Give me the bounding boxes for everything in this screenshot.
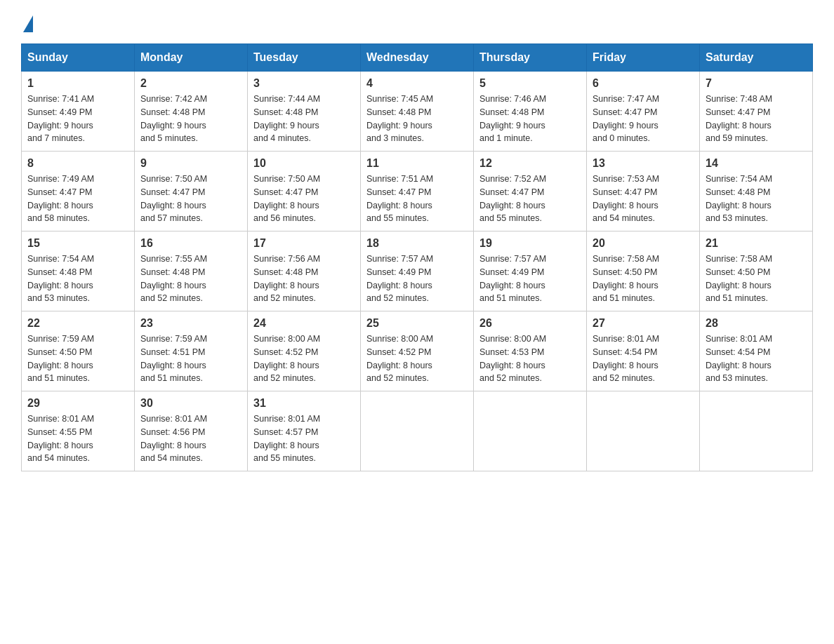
calendar-cell: 13 Sunrise: 7:53 AMSunset: 4:47 PMDaylig…	[587, 152, 700, 232]
calendar-cell: 7 Sunrise: 7:48 AMSunset: 4:47 PMDayligh…	[700, 72, 813, 152]
day-info: Sunrise: 7:57 AMSunset: 4:49 PMDaylight:…	[366, 253, 468, 305]
day-info: Sunrise: 7:44 AMSunset: 4:48 PMDaylight:…	[253, 93, 355, 145]
day-number: 29	[27, 397, 128, 410]
day-number: 31	[253, 397, 355, 410]
day-info: Sunrise: 7:50 AMSunset: 4:47 PMDaylight:…	[253, 173, 355, 225]
day-number: 20	[593, 237, 694, 250]
day-info: Sunrise: 8:01 AMSunset: 4:56 PMDaylight:…	[140, 412, 241, 465]
day-info: Sunrise: 7:41 AMSunset: 4:49 PMDaylight:…	[27, 93, 128, 145]
calendar-cell: 4 Sunrise: 7:45 AMSunset: 4:48 PMDayligh…	[361, 72, 474, 152]
page-header	[21, 14, 813, 29]
calendar-cell: 2 Sunrise: 7:42 AMSunset: 4:48 PMDayligh…	[135, 72, 248, 152]
day-info: Sunrise: 7:49 AMSunset: 4:47 PMDaylight:…	[27, 173, 128, 225]
calendar-cell: 24 Sunrise: 8:00 AMSunset: 4:52 PMDaylig…	[248, 311, 361, 391]
header-thursday: Thursday	[474, 44, 587, 72]
day-info: Sunrise: 7:47 AMSunset: 4:47 PMDaylight:…	[593, 93, 694, 145]
day-info: Sunrise: 7:54 AMSunset: 4:48 PMDaylight:…	[706, 173, 807, 225]
day-number: 30	[140, 397, 241, 410]
calendar-cell: 15 Sunrise: 7:54 AMSunset: 4:48 PMDaylig…	[22, 232, 135, 311]
calendar-cell	[361, 391, 474, 471]
calendar-week-row: 29 Sunrise: 8:01 AMSunset: 4:55 PMDaylig…	[22, 391, 813, 471]
day-number: 18	[366, 237, 468, 250]
calendar-cell: 8 Sunrise: 7:49 AMSunset: 4:47 PMDayligh…	[22, 152, 135, 232]
day-info: Sunrise: 7:57 AMSunset: 4:49 PMDaylight:…	[479, 253, 581, 305]
calendar-cell: 21 Sunrise: 7:58 AMSunset: 4:50 PMDaylig…	[700, 232, 813, 311]
day-number: 13	[593, 157, 694, 170]
day-info: Sunrise: 8:00 AMSunset: 4:53 PMDaylight:…	[479, 333, 581, 385]
calendar-cell: 27 Sunrise: 8:01 AMSunset: 4:54 PMDaylig…	[587, 311, 700, 391]
day-info: Sunrise: 8:01 AMSunset: 4:54 PMDaylight:…	[593, 333, 694, 385]
calendar-cell: 9 Sunrise: 7:50 AMSunset: 4:47 PMDayligh…	[135, 152, 248, 232]
header-sunday: Sunday	[22, 44, 135, 72]
day-info: Sunrise: 8:01 AMSunset: 4:55 PMDaylight:…	[27, 412, 128, 465]
day-info: Sunrise: 7:46 AMSunset: 4:48 PMDaylight:…	[479, 93, 581, 145]
calendar-cell: 5 Sunrise: 7:46 AMSunset: 4:48 PMDayligh…	[474, 72, 587, 152]
day-number: 3	[253, 77, 355, 90]
day-info: Sunrise: 7:56 AMSunset: 4:48 PMDaylight:…	[253, 253, 355, 305]
day-number: 2	[140, 77, 241, 90]
calendar-cell: 25 Sunrise: 8:00 AMSunset: 4:52 PMDaylig…	[361, 311, 474, 391]
day-info: Sunrise: 7:52 AMSunset: 4:47 PMDaylight:…	[479, 173, 581, 225]
calendar-cell: 10 Sunrise: 7:50 AMSunset: 4:47 PMDaylig…	[248, 152, 361, 232]
header-wednesday: Wednesday	[361, 44, 474, 72]
day-info: Sunrise: 8:00 AMSunset: 4:52 PMDaylight:…	[366, 333, 468, 385]
day-number: 22	[27, 317, 128, 330]
calendar-cell: 26 Sunrise: 8:00 AMSunset: 4:53 PMDaylig…	[474, 311, 587, 391]
day-info: Sunrise: 7:50 AMSunset: 4:47 PMDaylight:…	[140, 173, 241, 225]
calendar-week-row: 15 Sunrise: 7:54 AMSunset: 4:48 PMDaylig…	[22, 232, 813, 311]
day-number: 16	[140, 237, 241, 250]
day-info: Sunrise: 7:53 AMSunset: 4:47 PMDaylight:…	[593, 173, 694, 225]
day-number: 6	[593, 77, 694, 90]
calendar-cell: 14 Sunrise: 7:54 AMSunset: 4:48 PMDaylig…	[700, 152, 813, 232]
calendar-cell: 22 Sunrise: 7:59 AMSunset: 4:50 PMDaylig…	[22, 311, 135, 391]
day-info: Sunrise: 7:59 AMSunset: 4:50 PMDaylight:…	[27, 333, 128, 385]
day-number: 11	[366, 157, 468, 170]
day-number: 7	[706, 77, 807, 90]
calendar-week-row: 1 Sunrise: 7:41 AMSunset: 4:49 PMDayligh…	[22, 72, 813, 152]
day-info: Sunrise: 7:42 AMSunset: 4:48 PMDaylight:…	[140, 93, 241, 145]
calendar-cell: 31 Sunrise: 8:01 AMSunset: 4:57 PMDaylig…	[248, 391, 361, 471]
calendar-cell: 3 Sunrise: 7:44 AMSunset: 4:48 PMDayligh…	[248, 72, 361, 152]
day-info: Sunrise: 7:48 AMSunset: 4:47 PMDaylight:…	[706, 93, 807, 145]
day-info: Sunrise: 7:51 AMSunset: 4:47 PMDaylight:…	[366, 173, 468, 225]
calendar-cell: 18 Sunrise: 7:57 AMSunset: 4:49 PMDaylig…	[361, 232, 474, 311]
calendar-cell: 1 Sunrise: 7:41 AMSunset: 4:49 PMDayligh…	[22, 72, 135, 152]
header-saturday: Saturday	[700, 44, 813, 72]
calendar-cell: 11 Sunrise: 7:51 AMSunset: 4:47 PMDaylig…	[361, 152, 474, 232]
calendar-cell: 30 Sunrise: 8:01 AMSunset: 4:56 PMDaylig…	[135, 391, 248, 471]
day-info: Sunrise: 7:58 AMSunset: 4:50 PMDaylight:…	[593, 253, 694, 305]
calendar-cell: 6 Sunrise: 7:47 AMSunset: 4:47 PMDayligh…	[587, 72, 700, 152]
calendar-cell	[700, 391, 813, 471]
calendar-cell: 28 Sunrise: 8:01 AMSunset: 4:54 PMDaylig…	[700, 311, 813, 391]
day-number: 12	[479, 157, 581, 170]
day-number: 1	[27, 77, 128, 90]
day-info: Sunrise: 8:01 AMSunset: 4:57 PMDaylight:…	[253, 412, 355, 465]
calendar-cell: 12 Sunrise: 7:52 AMSunset: 4:47 PMDaylig…	[474, 152, 587, 232]
calendar-cell: 16 Sunrise: 7:55 AMSunset: 4:48 PMDaylig…	[135, 232, 248, 311]
day-info: Sunrise: 7:59 AMSunset: 4:51 PMDaylight:…	[140, 333, 241, 385]
day-info: Sunrise: 7:54 AMSunset: 4:48 PMDaylight:…	[27, 253, 128, 305]
day-number: 4	[366, 77, 468, 90]
calendar-cell: 20 Sunrise: 7:58 AMSunset: 4:50 PMDaylig…	[587, 232, 700, 311]
day-info: Sunrise: 7:45 AMSunset: 4:48 PMDaylight:…	[366, 93, 468, 145]
day-info: Sunrise: 7:58 AMSunset: 4:50 PMDaylight:…	[706, 253, 807, 305]
day-info: Sunrise: 8:01 AMSunset: 4:54 PMDaylight:…	[706, 333, 807, 385]
day-number: 5	[479, 77, 581, 90]
day-number: 24	[253, 317, 355, 330]
calendar-cell	[474, 391, 587, 471]
day-number: 17	[253, 237, 355, 250]
calendar-cell: 17 Sunrise: 7:56 AMSunset: 4:48 PMDaylig…	[248, 232, 361, 311]
day-number: 15	[27, 237, 128, 250]
day-number: 27	[593, 317, 694, 330]
day-info: Sunrise: 7:55 AMSunset: 4:48 PMDaylight:…	[140, 253, 241, 305]
day-number: 23	[140, 317, 241, 330]
header-tuesday: Tuesday	[248, 44, 361, 72]
day-number: 19	[479, 237, 581, 250]
day-info: Sunrise: 8:00 AMSunset: 4:52 PMDaylight:…	[253, 333, 355, 385]
calendar-header-row: SundayMondayTuesdayWednesdayThursdayFrid…	[22, 44, 813, 72]
day-number: 26	[479, 317, 581, 330]
day-number: 10	[253, 157, 355, 170]
header-friday: Friday	[587, 44, 700, 72]
calendar-cell	[587, 391, 700, 471]
calendar-week-row: 22 Sunrise: 7:59 AMSunset: 4:50 PMDaylig…	[22, 311, 813, 391]
